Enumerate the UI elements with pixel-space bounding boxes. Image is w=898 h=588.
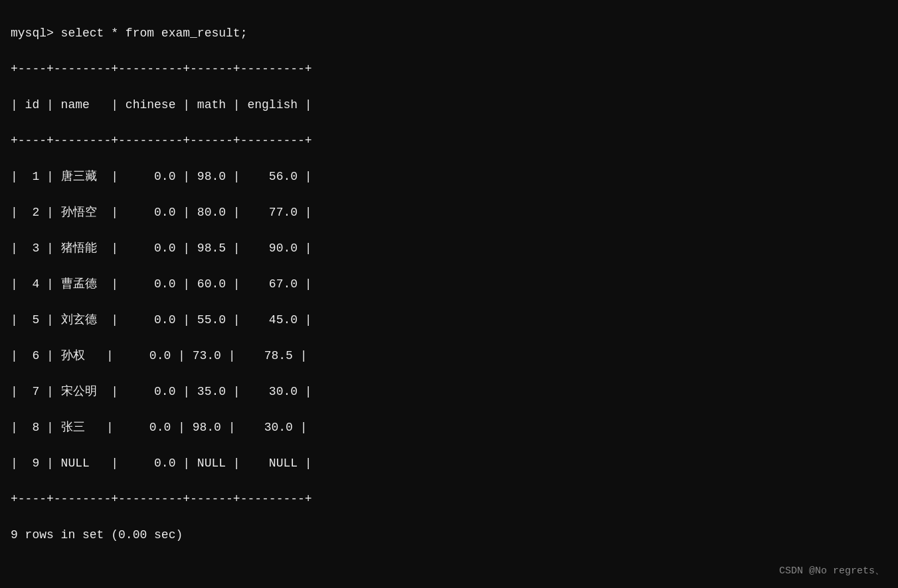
query1-line: mysql> select * from exam_result; (11, 25, 887, 42)
table1-row-2: | 3 | 猪悟能 | 0.0 | 98.5 | 90.0 | (11, 240, 887, 257)
table1-row-7: | 8 | 张三 | 0.0 | 98.0 | 30.0 | (11, 419, 887, 437)
table1-row-3: | 4 | 曹孟德 | 0.0 | 60.0 | 67.0 | (11, 275, 887, 293)
table1-sep-top: +----+--------+---------+------+--------… (11, 60, 887, 78)
footer-note: CSDN @No regrets、 (779, 564, 885, 579)
table1-row-0: | 1 | 唐三藏 | 0.0 | 98.0 | 56.0 | (11, 168, 887, 186)
table1-rowcount: 9 rows in set (0.00 sec) (11, 526, 887, 544)
table1-sep-bot: +----+--------+---------+------+--------… (11, 490, 887, 508)
blank-line1 (11, 580, 887, 588)
table1-row-6: | 7 | 宋公明 | 0.0 | 35.0 | 30.0 | (11, 383, 887, 401)
table1-row-5: | 6 | 孙权 | 0.0 | 73.0 | 78.5 | (11, 347, 887, 365)
table1-row-4: | 5 | 刘玄德 | 0.0 | 55.0 | 45.0 | (11, 311, 887, 329)
table1-header: | id | name | chinese | math | english | (11, 96, 887, 114)
terminal-output: mysql> select * from exam_result; +----+… (11, 7, 887, 588)
table1-sep-mid: +----+--------+---------+------+--------… (11, 132, 887, 150)
table1-row-8: | 9 | NULL | 0.0 | NULL | NULL | (11, 455, 887, 473)
table1-row-1: | 2 | 孙悟空 | 0.0 | 80.0 | 77.0 | (11, 204, 887, 222)
